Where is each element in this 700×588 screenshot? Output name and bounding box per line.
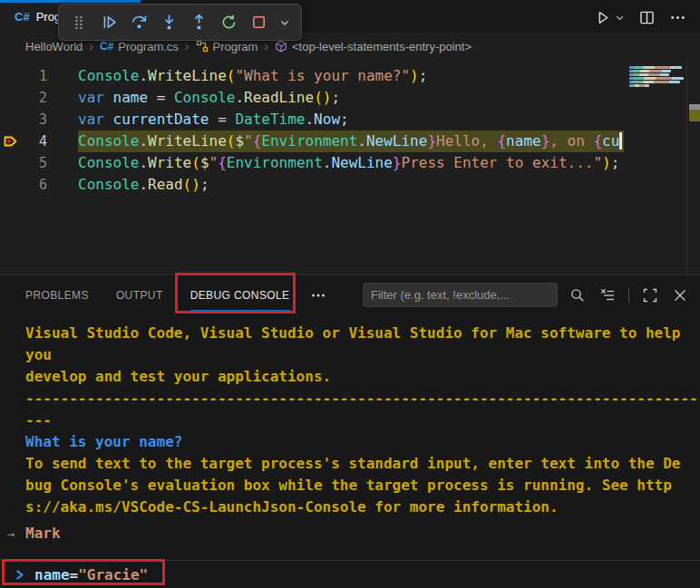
console-line: bug Console's evaluation box while the t… — [25, 475, 700, 496]
minimap-line — [629, 84, 649, 87]
panel-header: PROBLEMSOUTPUTDEBUG CONSOLE — [0, 275, 700, 315]
editor-actions — [591, 6, 688, 28]
panel-header-icons — [569, 283, 689, 307]
breadcrumb-separator: › — [264, 39, 268, 53]
line-number: 6 — [0, 174, 47, 196]
breadcrumb-item-label: <top-level-statements-entry-point> — [292, 40, 472, 53]
line-number: 2 — [0, 87, 47, 109]
stop-button[interactable] — [248, 10, 269, 35]
code-editor: 1Console.WriteLine("What is your name?")… — [0, 60, 700, 275]
restart-button[interactable] — [218, 10, 239, 35]
panel-tab-debug-console[interactable]: DEBUG CONSOLE — [190, 275, 290, 315]
run-button[interactable] — [591, 6, 613, 28]
console-line: To send text to the target process's sta… — [25, 453, 700, 475]
search-icon[interactable] — [569, 286, 587, 304]
more-actions-button[interactable] — [666, 6, 688, 28]
code-line-4[interactable]: 4Console.WriteLine($"{Environment.NewLin… — [0, 130, 624, 152]
code-line-1[interactable]: 1Console.WriteLine("What is your name?")… — [0, 65, 624, 87]
breadcrumb-separator: › — [185, 39, 190, 53]
panel-tab-problems[interactable]: PROBLEMS — [25, 275, 89, 315]
step-out-button[interactable] — [188, 10, 209, 35]
breadcrumb-item-label: Program — [213, 40, 258, 53]
step-into-button[interactable] — [158, 10, 180, 35]
breadcrumb-item-1[interactable]: HelloWorld — [25, 40, 83, 53]
minimap[interactable] — [627, 60, 685, 275]
symbol-method-icon — [275, 40, 287, 53]
toolbar-gripper-icon[interactable] — [68, 10, 90, 35]
csharp-file-icon: C# — [100, 40, 113, 53]
breadcrumb-item-label: HelloWorld — [25, 40, 83, 53]
line-number: 5 — [0, 152, 47, 174]
debug-console-output: Visual Studio Code, Visual Studio or Vis… — [0, 315, 700, 561]
symbol-class-icon — [196, 40, 209, 53]
console-line: What is your name? — [25, 431, 700, 453]
console-line: ----------------------------------------… — [25, 388, 700, 410]
split-editor-button[interactable] — [636, 6, 657, 28]
breadcrumb-separator: › — [89, 39, 93, 53]
clear-console-icon[interactable] — [598, 286, 617, 304]
console-line: s://aka.ms/VSCode-CS-LaunchJson-Console … — [25, 496, 700, 518]
console-line: Visual Studio Code, Visual Studio or Vis… — [25, 323, 700, 344]
code-line-3[interactable]: 3var currentDate = DateTime.Now; — [0, 109, 624, 130]
line-number: 3 — [0, 109, 47, 130]
bottom-panel: PROBLEMSOUTPUTDEBUG CONSOLE — [0, 275, 700, 588]
filter-input[interactable] — [364, 284, 557, 306]
minimap-line — [629, 81, 680, 83]
vscode-window: C# Program.cs — [0, 0, 700, 588]
debug-toolbar-dropdown-chevron-icon[interactable] — [277, 10, 292, 35]
code-line-6[interactable]: 6Console.Read(); — [0, 174, 624, 196]
panel-tabs: PROBLEMSOUTPUTDEBUG CONSOLE — [0, 275, 290, 315]
overview-ruler[interactable] — [686, 60, 700, 275]
code-line-5[interactable]: 5Console.Write($"{Environment.NewLine}Pr… — [0, 152, 624, 174]
current-statement-breakpoint-icon[interactable] — [3, 133, 19, 149]
minimap-line — [629, 66, 682, 69]
breadcrumb-item-label: Program.cs — [118, 40, 178, 53]
console-line: you — [25, 344, 700, 366]
text-cursor — [619, 132, 622, 149]
breadcrumb-item-3[interactable]: Program — [196, 40, 258, 53]
console-line: →Mark — [25, 523, 700, 545]
panel-tab-output[interactable]: OUTPUT — [116, 275, 163, 315]
console-input-text[interactable]: name="Gracie" — [34, 566, 148, 583]
minimap-line — [629, 70, 671, 72]
console-line: --- — [25, 410, 700, 431]
run-dropdown-chevron-icon[interactable] — [613, 6, 627, 28]
step-over-button[interactable] — [128, 10, 150, 35]
breadcrumb-item-4[interactable]: <top-level-statements-entry-point> — [275, 40, 472, 53]
debug-toolbar — [58, 4, 302, 41]
debug-console-input-row[interactable]: name="Gracie" — [0, 560, 700, 588]
ruler-current-line-marker — [689, 110, 700, 121]
editor-code-lines: 1Console.WriteLine("What is your name?")… — [0, 60, 624, 275]
filter-box — [363, 283, 558, 307]
maximize-panel-icon[interactable] — [641, 286, 659, 304]
input-prompt-chevron-icon — [13, 568, 26, 582]
console-line: develop and test your applications. — [25, 366, 700, 388]
panel-more-tabs-button[interactable] — [310, 287, 326, 304]
panel-icons-separator — [628, 288, 629, 303]
csharp-file-icon: C# — [15, 10, 30, 24]
line-number: 1 — [0, 65, 47, 87]
active-tab-indicator — [0, 0, 141, 3]
continue-button[interactable] — [98, 10, 120, 35]
breadcrumb-item-2[interactable]: C#Program.cs — [100, 40, 179, 53]
close-panel-icon[interactable] — [671, 286, 689, 304]
editor-tab-bar: C# Program.cs — [0, 0, 700, 33]
more-tabs-icon — [310, 287, 326, 304]
code-line-2[interactable]: 2var name = Console.ReadLine(); — [0, 87, 624, 109]
minimap-line — [629, 73, 669, 76]
input-echo-arrow-icon: → — [7, 523, 15, 545]
minimap-line — [629, 77, 684, 80]
